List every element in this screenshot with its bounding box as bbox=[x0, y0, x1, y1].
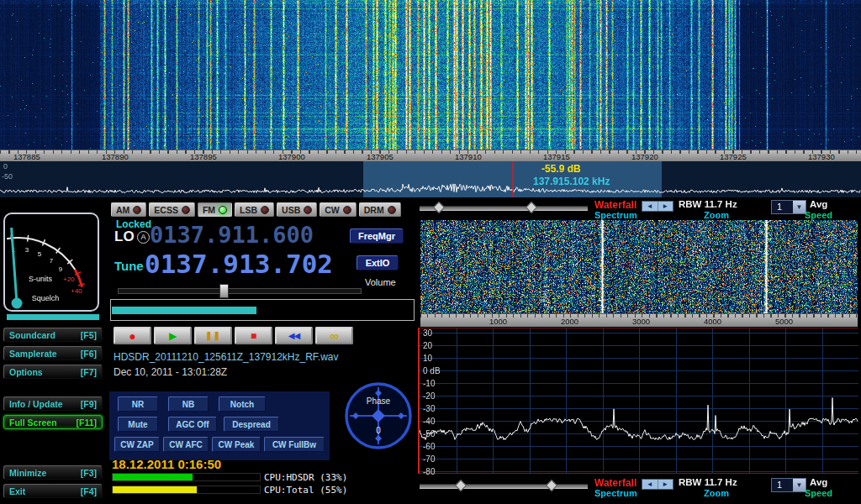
cpu-hdsdr-text: CPU:HDSDR (33%) bbox=[264, 472, 347, 483]
mode-selector: AMECSSFMLSBUSBCWDRM bbox=[111, 202, 401, 217]
lo-frequency-display[interactable]: 0137.911.600 bbox=[150, 222, 314, 248]
menu-button-full-screen[interactable]: Full Screen[F11] bbox=[3, 415, 103, 429]
wav-file-date: Dec 10, 2011 - 13:01:28Z bbox=[114, 366, 227, 378]
loop-button[interactable]: ∞ bbox=[315, 327, 353, 344]
slider-thumb[interactable] bbox=[455, 480, 467, 491]
speed-select[interactable]: 1▼ bbox=[771, 478, 806, 492]
chevron-down-icon[interactable]: ▼ bbox=[793, 479, 806, 491]
vfo-a-badge[interactable]: A bbox=[137, 231, 150, 244]
record-button[interactable]: ● bbox=[114, 327, 151, 344]
spectrum-label[interactable]: Spectrum bbox=[594, 488, 637, 498]
menu-button-exit[interactable]: Exit[F4] bbox=[3, 484, 103, 498]
frequency-tick-label: 137920 bbox=[631, 152, 658, 161]
avg-label: Avg bbox=[810, 199, 827, 209]
arrow-right-icon[interactable]: ► bbox=[658, 202, 673, 211]
volume-label: Volume bbox=[365, 277, 396, 287]
display-adjust-slider[interactable] bbox=[420, 206, 588, 211]
pause-icon: ❚❚ bbox=[205, 332, 221, 340]
db-axis-label: -10 bbox=[423, 379, 435, 388]
slider-thumb[interactable] bbox=[546, 480, 557, 491]
led-off-icon bbox=[343, 206, 351, 214]
menu-button-label: Exit bbox=[9, 486, 25, 496]
cpu-hdsdr-bar bbox=[112, 473, 261, 481]
menu-button-key: [F4] bbox=[81, 486, 97, 496]
slider-thumb[interactable] bbox=[433, 202, 445, 213]
main-waterfall-display[interactable] bbox=[0, 0, 861, 150]
arrow-right-icon[interactable]: ► bbox=[658, 480, 673, 489]
mode-button-ecss[interactable]: ECSS bbox=[149, 202, 195, 217]
dsp-button-mute[interactable]: Mute bbox=[118, 417, 158, 432]
af-spectrum-trace bbox=[420, 328, 858, 473]
menu-button-key: [F3] bbox=[81, 468, 97, 478]
dsp-button-cw-zap[interactable]: CW ZAP bbox=[114, 437, 160, 452]
mode-button-lsb[interactable]: LSB bbox=[235, 202, 274, 217]
menu-button-label: Full Screen bbox=[9, 417, 57, 428]
s-meter[interactable]: 1 3 5 7 9 +20 +40 S-units Squelch bbox=[3, 213, 99, 312]
arrow-left-icon[interactable]: ◄ bbox=[642, 202, 658, 211]
record-icon: ● bbox=[129, 330, 135, 342]
volume-slider[interactable] bbox=[118, 288, 362, 294]
mode-button-am[interactable]: AM bbox=[111, 202, 146, 217]
menu-button-samplerate[interactable]: Samplerate[F6] bbox=[3, 346, 103, 360]
menu-button-options[interactable]: Options[F7] bbox=[3, 365, 103, 379]
chevron-down-icon[interactable]: ▼ bbox=[793, 201, 806, 213]
rewind-button[interactable]: ◀◀ bbox=[275, 327, 313, 344]
speed-select[interactable]: 1▼ bbox=[771, 200, 806, 214]
dsp-button-cw-peak[interactable]: CW Peak bbox=[212, 437, 261, 452]
mode-button-usb[interactable]: USB bbox=[277, 202, 317, 217]
arrow-left-icon[interactable]: ◄ bbox=[642, 480, 658, 489]
slider-thumb[interactable] bbox=[526, 202, 537, 213]
dsp-button-nr[interactable]: NR bbox=[118, 396, 158, 412]
mode-button-label: DRM bbox=[364, 205, 384, 215]
dsp-button-cw-fullbw[interactable]: CW FullBw bbox=[264, 437, 325, 452]
freqmgr-button[interactable]: FreqMgr bbox=[350, 228, 404, 244]
frequency-tick-label: 137905 bbox=[367, 152, 394, 161]
smeter-tick: 3 bbox=[25, 246, 29, 254]
dsp-button-cw-afc[interactable]: CW AFC bbox=[163, 437, 209, 452]
play-icon: ▶ bbox=[169, 331, 177, 341]
menu-button-info-update[interactable]: Info / Update[F9] bbox=[3, 396, 103, 411]
dsp-button-notch[interactable]: Notch bbox=[219, 396, 266, 412]
db-axis-label: -50 bbox=[423, 429, 435, 438]
volume-slider-thumb[interactable] bbox=[219, 284, 229, 298]
extio-button[interactable]: ExtIO bbox=[357, 255, 399, 270]
speed-label: Speed bbox=[805, 488, 832, 498]
dsp-button-agc-off[interactable]: AGC Off bbox=[168, 417, 217, 432]
rf-waterfall-display[interactable] bbox=[420, 220, 858, 313]
zoom-label[interactable]: Zoom bbox=[704, 210, 729, 220]
tune-frequency-display[interactable]: 0137.913.702 bbox=[145, 249, 333, 279]
display-adjust-slider[interactable] bbox=[420, 484, 588, 489]
mode-button-drm[interactable]: DRM bbox=[359, 202, 401, 217]
stop-button[interactable]: ■ bbox=[235, 327, 272, 344]
wav-filename: HDSDR_20111210_125611Z_137912kHz_RF.wav bbox=[114, 351, 339, 363]
frequency-tick-label: 137910 bbox=[455, 152, 482, 161]
rf-frequency-scale[interactable]: 10002000300040005000 bbox=[420, 313, 858, 327]
dsp-button-despread[interactable]: Despread bbox=[224, 417, 279, 432]
main-frequency-scale[interactable]: 1378851378901378951379001379051379101379… bbox=[0, 150, 861, 161]
pause-button[interactable]: ❚❚ bbox=[194, 327, 232, 344]
rf-scale-tick-label: 5000 bbox=[775, 317, 793, 326]
mode-button-label: FM bbox=[203, 205, 215, 215]
playback-position-bar[interactable] bbox=[110, 299, 415, 321]
af-spectrum-display[interactable]: 3020100 dB-10-20-30-40-50-60-70-80 bbox=[418, 328, 858, 474]
squelch-label: Squelch bbox=[32, 294, 60, 302]
play-button[interactable]: ▶ bbox=[154, 327, 192, 344]
split-position-scrollbar[interactable]: ◄► bbox=[642, 201, 673, 212]
dsp-button-nb[interactable]: NB bbox=[168, 396, 209, 412]
menu-button-soundcard[interactable]: Soundcard[F5] bbox=[3, 328, 103, 342]
menu-button-minimize[interactable]: Minimize[F3] bbox=[3, 465, 103, 480]
squelch-level-bar[interactable] bbox=[7, 314, 99, 320]
zoom-label[interactable]: Zoom bbox=[704, 488, 729, 498]
frequency-tick-label: 137890 bbox=[102, 152, 129, 161]
split-position-scrollbar[interactable]: ◄► bbox=[642, 479, 673, 490]
waterfall-label[interactable]: Waterfall bbox=[594, 199, 637, 211]
mode-button-fm[interactable]: FM bbox=[198, 202, 232, 217]
lo-label: LO bbox=[114, 228, 135, 245]
mode-button-label: CW bbox=[325, 205, 340, 215]
waterfall-label[interactable]: Waterfall bbox=[594, 477, 637, 489]
menu-button-key: [F9] bbox=[81, 399, 97, 409]
main-spectrum-display[interactable]: 0 -50 -55.9 dB 137.915.102 kHz bbox=[0, 161, 861, 197]
spectrum-label[interactable]: Spectrum bbox=[594, 210, 637, 220]
smeter-needle-pivot bbox=[12, 298, 23, 309]
mode-button-cw[interactable]: CW bbox=[320, 202, 357, 217]
